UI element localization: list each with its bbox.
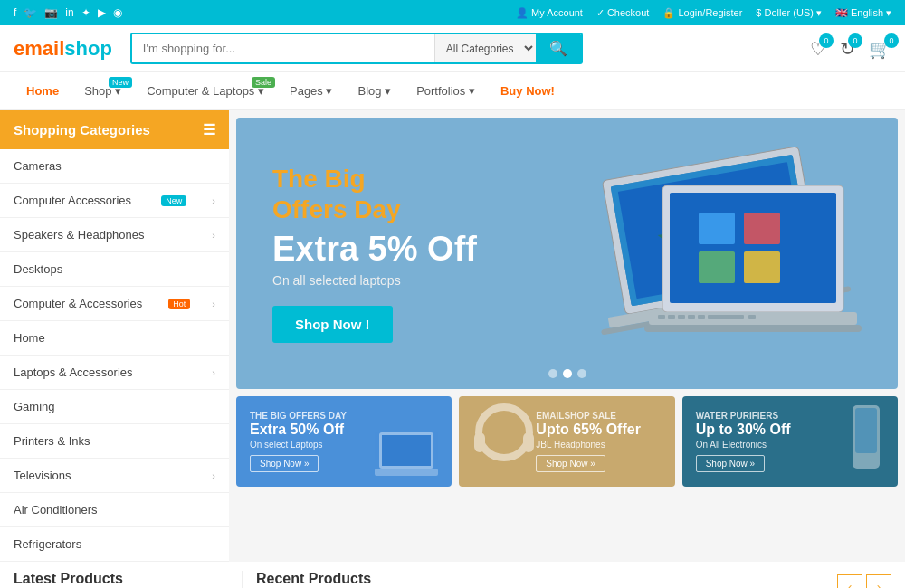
sidebar-item-computer-accessories[interactable]: Computer Accessories New › — [0, 184, 229, 217]
rss-icon[interactable]: ◉ — [113, 6, 122, 19]
banner2-offer: Upto 65% Offer — [536, 421, 661, 440]
nav-buy-now[interactable]: Buy Now! — [488, 73, 567, 109]
svg-point-26 — [479, 407, 529, 458]
my-account-link[interactable]: 👤 My Account — [516, 7, 583, 19]
list-item: Laptops & Accessories › — [0, 356, 229, 390]
nav-portfolios[interactable]: Portfolios ▾ — [404, 73, 488, 109]
svg-rect-19 — [688, 315, 695, 319]
cart-badge: 0 — [884, 33, 899, 48]
slider-dot-2[interactable] — [563, 369, 572, 378]
compare-button[interactable]: ↻ 0 — [840, 38, 855, 60]
banner2-header: emailshop sale — [536, 411, 661, 421]
checkout-icon: ✓ — [596, 7, 605, 19]
svg-rect-20 — [698, 315, 705, 319]
mini-banner-headphones: emailshop sale Upto 65% Offer JBL Headph… — [459, 396, 674, 487]
flag-icon: 🇬🇧 — [835, 7, 848, 19]
svg-rect-21 — [708, 315, 744, 319]
arrow-icon: › — [212, 195, 215, 206]
currency-selector[interactable]: $ Doller (US) ▾ — [756, 7, 822, 19]
svg-rect-27 — [474, 432, 485, 452]
nav-home[interactable]: Home — [14, 73, 71, 109]
arrow-icon: › — [212, 230, 215, 241]
slider-dot-1[interactable] — [548, 369, 557, 378]
svg-rect-11 — [744, 213, 780, 244]
hero-offer: Extra 5% Off — [272, 230, 477, 269]
list-item: Desktops — [0, 252, 229, 287]
main-content: Shopping Categories ☰ Cameras Computer A… — [0, 110, 905, 562]
banner3-button[interactable]: Shop Now » — [696, 455, 765, 472]
nav-pages[interactable]: Pages ▾ — [277, 73, 346, 109]
checkout-link[interactable]: ✓ Checkout — [596, 7, 649, 19]
svg-rect-28 — [523, 432, 534, 452]
header-icons: ♡ 0 ↻ 0 🛒 0 — [810, 38, 891, 60]
twitter-icon[interactable]: 🐦 — [24, 6, 37, 19]
mini-banner-purifiers: Water Purifiers Up to 30% Off On All Ele… — [682, 396, 898, 487]
svg-rect-17 — [668, 315, 675, 319]
recent-header: Recent Products ‹ › — [256, 571, 891, 588]
category-select[interactable]: All Categories — [434, 34, 536, 62]
sidebar-item-desktops[interactable]: Desktops — [0, 252, 229, 286]
next-arrow-button[interactable]: › — [866, 574, 891, 588]
instagram-icon[interactable]: 📷 — [44, 6, 58, 19]
svg-point-31 — [862, 458, 871, 467]
lock-icon: 🔒 — [662, 7, 675, 19]
slider-dot-3[interactable] — [577, 369, 586, 378]
mini-banners: THE BIG OFFERS DAY Extra 50% Off On sele… — [236, 396, 898, 487]
list-item: Computer Accessories New › — [0, 184, 229, 218]
sidebar-item-gaming[interactable]: Gaming — [0, 390, 229, 423]
list-item: Speakers & Headphones › — [0, 218, 229, 252]
youtube-icon[interactable]: ▶ — [98, 6, 106, 19]
banner2-button[interactable]: Shop Now » — [536, 455, 605, 472]
sidebar-item-speakers[interactable]: Speakers & Headphones › — [0, 218, 229, 251]
computers-sale-badge: Sale — [252, 77, 275, 88]
search-bar: All Categories 🔍 — [130, 33, 583, 64]
hero-subtitle: On all selected laptops — [272, 273, 477, 288]
hero-tagline1: The Big Offers Day — [272, 164, 477, 224]
category-list: Cameras Computer Accessories New › Speak… — [0, 149, 229, 562]
flickr-icon[interactable]: ✦ — [81, 6, 90, 19]
nav-shop[interactable]: New Shop ▾ — [71, 73, 134, 109]
shop-now-button[interactable]: Shop Now ! — [272, 306, 393, 343]
shop-new-badge: New — [109, 77, 132, 88]
sidebar-item-refrigerators[interactable]: Refrigerators — [0, 527, 229, 561]
banner1-header: THE BIG OFFERS DAY — [250, 411, 438, 421]
language-selector[interactable]: 🇬🇧 English ▾ — [835, 7, 891, 19]
sidebar-item-home[interactable]: Home — [0, 321, 229, 355]
list-item: Air Conditioners — [0, 493, 229, 527]
content-area: The Big Offers Day Extra 5% Off On all s… — [229, 110, 905, 562]
mini-banner-laptops: THE BIG OFFERS DAY Extra 50% Off On sele… — [236, 396, 452, 487]
cart-button[interactable]: 🛒 0 — [869, 38, 891, 60]
sidebar-item-cameras[interactable]: Cameras — [0, 149, 229, 183]
banner1-button[interactable]: Shop Now » — [250, 455, 319, 472]
svg-rect-10 — [699, 213, 735, 244]
top-bar: f 🐦 📷 in ✦ ▶ ◉ 👤 My Account ✓ Checkout 🔒… — [0, 0, 905, 25]
sidebar-item-laptops[interactable]: Laptops & Accessories › — [0, 356, 229, 389]
svg-rect-16 — [658, 315, 665, 319]
svg-rect-30 — [855, 408, 877, 453]
latest-products-section: Latest Products — [14, 571, 243, 588]
linkedin-icon[interactable]: in — [65, 6, 73, 19]
search-button[interactable]: 🔍 — [536, 34, 581, 62]
sidebar-item-computer-acc2[interactable]: Computer & Accessories Hot › — [0, 287, 229, 320]
list-item: Home — [0, 321, 229, 356]
prev-arrow-button[interactable]: ‹ — [837, 574, 862, 588]
list-item: Cameras — [0, 149, 229, 184]
sidebar-item-televisions[interactable]: Televisions › — [0, 459, 229, 492]
header: emailshop All Categories 🔍 ♡ 0 ↻ 0 🛒 0 — [0, 25, 905, 72]
sidebar-item-air-conditioners[interactable]: Air Conditioners — [0, 493, 229, 526]
nav-computers[interactable]: Sale Computer & Laptops ▾ — [134, 73, 277, 109]
hero-laptop-image — [554, 136, 871, 380]
account-icon: 👤 — [516, 7, 529, 19]
wishlist-button[interactable]: ♡ 0 — [810, 38, 826, 60]
search-input[interactable] — [132, 34, 434, 62]
logo[interactable]: emailshop — [14, 37, 112, 61]
facebook-icon[interactable]: f — [14, 6, 16, 19]
product-nav-arrows: ‹ › — [837, 574, 891, 588]
arrow-icon: › — [212, 367, 215, 378]
main-nav: Home New Shop ▾ Sale Computer & Laptops … — [0, 72, 905, 110]
sidebar-item-printers[interactable]: Printers & Inks — [0, 424, 229, 458]
list-item: Televisions › — [0, 459, 229, 493]
login-register-link[interactable]: 🔒 Login/Register — [662, 7, 742, 19]
svg-rect-15 — [644, 325, 862, 332]
nav-blog[interactable]: Blog ▾ — [345, 73, 404, 109]
